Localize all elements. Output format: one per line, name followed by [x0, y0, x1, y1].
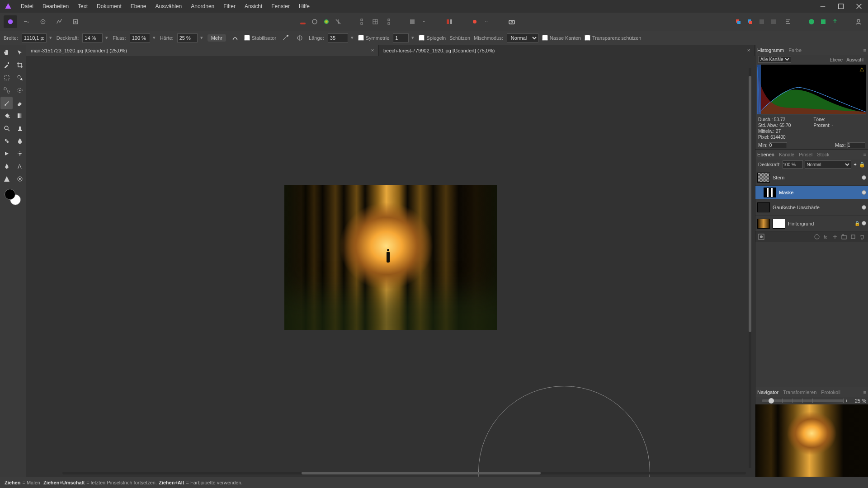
erase-tool[interactable] — [14, 97, 26, 109]
layer-add-icon[interactable] — [849, 233, 857, 241]
tab-channels[interactable]: Kanäle — [779, 152, 794, 157]
blur-tool[interactable] — [14, 135, 26, 147]
selection-intersect-icon[interactable] — [332, 16, 344, 28]
flow-input[interactable] — [130, 33, 150, 42]
assist-toggle-icon[interactable] — [469, 16, 481, 28]
flow-dd[interactable]: ▾ — [152, 33, 156, 42]
camera-icon[interactable] — [506, 16, 518, 28]
selection-brush-tool[interactable] — [14, 84, 26, 97]
histo-layer-btn[interactable]: Ebene — [828, 57, 844, 62]
menu-hilfe[interactable]: Hilfe — [294, 1, 314, 11]
layer-adjust-icon[interactable] — [813, 233, 821, 241]
layer-fx-icon[interactable]: ✦ — [853, 162, 857, 168]
color-swatches[interactable] — [5, 189, 21, 205]
zoom-out-button[interactable]: − — [757, 398, 760, 404]
account-icon[interactable] — [853, 16, 864, 28]
menu-anordnen[interactable]: Anordnen — [186, 1, 219, 11]
canvas[interactable] — [26, 56, 755, 477]
pressure-size-icon[interactable] — [230, 33, 241, 43]
hardness-input[interactable] — [177, 33, 198, 42]
arrange-icon[interactable] — [443, 16, 455, 28]
menu-datei[interactable]: Datei — [16, 1, 38, 11]
selection-add-icon[interactable] — [309, 16, 321, 28]
menu-bearbeiten[interactable]: Bearbeiten — [38, 1, 73, 11]
quicklook-icon[interactable] — [406, 16, 418, 28]
symmetry-input[interactable] — [393, 33, 409, 42]
layer-op1-icon[interactable] — [732, 16, 744, 28]
channel-select[interactable]: Alle Kanäle — [758, 56, 791, 63]
persona-develop[interactable] — [36, 15, 50, 28]
selection-subtract-icon[interactable] — [321, 16, 332, 28]
horizontal-scrollbar[interactable] — [62, 472, 746, 476]
histo-max-input[interactable] — [847, 142, 865, 148]
persona-tonemap[interactable] — [52, 15, 66, 28]
marquee-tool[interactable] — [0, 71, 13, 84]
menu-ansicht[interactable]: Ansicht — [240, 1, 267, 11]
wet-check[interactable]: Nasse Kanten — [542, 35, 581, 41]
symmetry-dd[interactable]: ▾ — [410, 33, 415, 42]
hardness-dd[interactable]: ▾ — [199, 33, 204, 42]
resource-icon[interactable] — [817, 16, 829, 28]
tab-close-icon[interactable]: × — [369, 47, 376, 53]
layer-fxadd-icon[interactable]: fx — [822, 233, 830, 241]
move-tool[interactable] — [14, 46, 26, 59]
persona-photo[interactable] — [4, 15, 17, 28]
layer-row-3[interactable]: Hintergrund🔒 — [755, 216, 868, 232]
mirror-check[interactable]: Spiegeln — [419, 35, 446, 41]
tab-color[interactable]: Farbe — [788, 47, 802, 53]
liquify-push-tool[interactable] — [0, 147, 13, 160]
foreground-color-swatch[interactable] — [5, 189, 15, 200]
stabilizer-mode2-icon[interactable] — [294, 33, 305, 43]
stabilizer-check[interactable]: Stabilisator — [244, 35, 276, 41]
layer-opacity-input[interactable] — [783, 160, 803, 169]
layer-row-1[interactable]: Maske — [755, 186, 868, 199]
assist-dd-icon[interactable] — [481, 16, 492, 28]
visibility-toggle[interactable] — [862, 175, 866, 180]
paint-brush-tool[interactable] — [0, 97, 13, 109]
blend-select[interactable]: Normal — [507, 33, 538, 42]
shape-tool[interactable] — [0, 173, 13, 185]
layers-menu-icon[interactable]: ≡ — [863, 152, 866, 157]
tab-histogram[interactable]: Histogramm — [757, 47, 784, 53]
more-button[interactable]: Mehr — [208, 34, 226, 42]
histo-sel-btn[interactable]: Auswahl — [844, 57, 865, 62]
flood-select-tool[interactable] — [0, 84, 13, 97]
close-button[interactable] — [850, 0, 868, 13]
upload-icon[interactable] — [829, 16, 841, 28]
stamp-tool[interactable] — [14, 122, 26, 135]
menu-filter[interactable]: Filter — [219, 1, 240, 11]
document-tab-0[interactable]: man-3151723_1920.jpg [Geändert] (25,0%)× — [26, 45, 379, 56]
length-dd[interactable]: ▾ — [350, 33, 354, 42]
menu-text[interactable]: Text — [73, 1, 92, 11]
mesh-warp-tool[interactable] — [14, 147, 26, 160]
protect-button[interactable]: Schützen — [449, 35, 470, 41]
menu-ebene[interactable]: Ebene — [126, 1, 151, 11]
length-input[interactable] — [328, 33, 348, 42]
nav-menu-icon[interactable]: ≡ — [863, 389, 866, 395]
smart-select-tool[interactable] — [14, 71, 26, 84]
histo-min-input[interactable] — [769, 142, 787, 148]
vertical-scrollbar[interactable] — [749, 68, 753, 468]
zoom-in-button[interactable]: + — [845, 398, 848, 404]
grid-left-icon[interactable] — [358, 16, 369, 28]
color-picker-tool[interactable] — [0, 59, 13, 71]
tab-brushes[interactable]: Pinsel — [799, 152, 812, 157]
grid-center-icon[interactable] — [369, 16, 381, 28]
dodge-tool[interactable] — [0, 122, 13, 135]
layer-blend-select[interactable]: Normal — [805, 160, 851, 169]
layer-delete-icon[interactable] — [858, 233, 866, 241]
tab-transform[interactable]: Transformieren — [783, 389, 816, 395]
document-tab-1[interactable]: beech-forest-779902_1920.jpg [Geändert] … — [379, 45, 755, 56]
menu-auswählen[interactable]: Auswählen — [151, 1, 186, 11]
crop-tool[interactable] — [14, 59, 26, 71]
layer-op4-icon[interactable] — [768, 16, 779, 28]
layer-liveadj-icon[interactable] — [831, 233, 839, 241]
layer-maskbtn-icon[interactable] — [757, 233, 765, 241]
visibility-toggle[interactable] — [862, 221, 866, 225]
layer-lock-icon[interactable]: 🔒 — [859, 162, 865, 168]
opacity-dd[interactable]: ▾ — [104, 33, 109, 42]
selection-new-icon[interactable] — [297, 16, 309, 28]
visibility-toggle[interactable] — [862, 190, 866, 195]
width-input[interactable] — [22, 33, 47, 42]
panel-menu-icon[interactable]: ≡ — [863, 47, 866, 53]
